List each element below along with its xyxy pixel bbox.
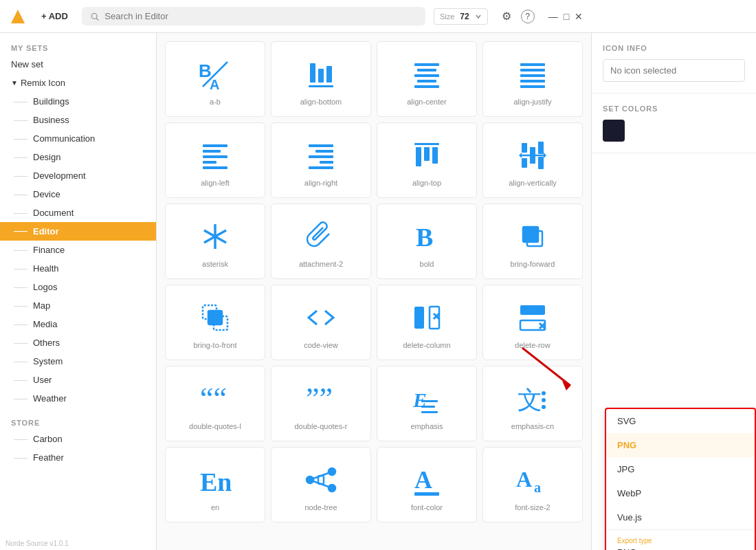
- panel-bottom: SVGPNGJPGWebPVue.js Export type PNG EXP.…: [592, 153, 756, 550]
- icon-label-bold: bold: [420, 260, 434, 268]
- icon-cell-double-quotes-r[interactable]: ”” double-quotes-r: [271, 366, 371, 441]
- icon-cell-double-quotes-l[interactable]: ““ double-quotes-l: [165, 366, 265, 441]
- icon-cell-delete-row[interactable]: delete-row: [482, 285, 583, 360]
- my-sets-label: MY SETS: [0, 38, 156, 55]
- svg-marker-38: [519, 153, 522, 158]
- export-option-svg[interactable]: SVG: [606, 409, 755, 433]
- icon-cell-asterisk[interactable]: asterisk: [165, 204, 265, 279]
- svg-text:A: A: [516, 467, 532, 492]
- sidebar-item-device[interactable]: Device: [0, 185, 156, 204]
- close-button[interactable]: ✕: [575, 11, 583, 22]
- export-option-png[interactable]: PNG: [606, 433, 755, 457]
- icon-cell-delete-column[interactable]: delete-column: [377, 285, 477, 360]
- icon-cell-attachment-2[interactable]: attachment-2: [271, 204, 371, 279]
- remix-icon-parent[interactable]: ▼ Remix Icon: [0, 74, 156, 92]
- icon-label-font-color: font-color: [411, 503, 443, 512]
- align-right-icon: [303, 138, 339, 173]
- icon-cell-bring-forward[interactable]: bring-forward: [482, 204, 583, 279]
- icon-cell-align-justify[interactable]: align-justify: [482, 41, 583, 117]
- icon-cell-node-tree[interactable]: node-tree: [271, 447, 371, 522]
- asterisk-icon: [197, 219, 233, 254]
- svg-rect-21: [203, 150, 221, 153]
- svg-text:””: ””: [306, 382, 333, 415]
- node-tree-icon: [303, 462, 339, 498]
- svg-rect-7: [318, 69, 324, 82]
- right-panel: ICON INFO SET COLORS SVGPNGJPGWebPVue.js…: [591, 33, 756, 550]
- export-option-webp[interactable]: WebP: [606, 481, 755, 505]
- icon-label-double-quotes-r: double-quotes-r: [294, 422, 347, 430]
- search-input[interactable]: [104, 11, 417, 21]
- icon-label-bring-to-front: bring-to-front: [194, 341, 237, 349]
- delete-column-icon: [409, 300, 445, 336]
- delete-row-icon: [515, 300, 551, 336]
- svg-rect-30: [414, 143, 439, 145]
- sidebar-item-buildings[interactable]: Buildings: [0, 92, 156, 111]
- sidebar-item-communication[interactable]: Communication: [0, 129, 156, 148]
- export-menu: SVGPNGJPGWebPVue.js Export type PNG EXP.…: [605, 408, 756, 550]
- icon-info-section: ICON INFO: [592, 33, 756, 94]
- sidebar-item-weather[interactable]: Weather: [0, 389, 156, 408]
- icon-name-input[interactable]: [603, 59, 745, 82]
- new-set-item[interactable]: New set: [0, 55, 156, 74]
- icon-cell-align-right[interactable]: align-right: [271, 122, 371, 198]
- maximize-button[interactable]: □: [564, 11, 569, 22]
- sidebar-item-media[interactable]: Media: [0, 315, 156, 333]
- gear-icon[interactable]: ⚙: [502, 10, 511, 23]
- svg-rect-64: [421, 406, 435, 408]
- color-swatch[interactable]: [603, 120, 625, 142]
- icon-cell-align-bottom[interactable]: align-bottom: [271, 41, 371, 117]
- sidebar-item-health[interactable]: Health: [0, 259, 156, 278]
- align-top-icon: [409, 138, 445, 173]
- font-color-icon: A: [409, 462, 445, 498]
- svg-point-1: [91, 13, 97, 19]
- icon-cell-align-top[interactable]: align-top: [377, 122, 477, 198]
- icon-label-align-right: align-right: [304, 179, 337, 187]
- svg-rect-16: [520, 69, 545, 72]
- sidebar-item-others[interactable]: Others: [0, 333, 156, 352]
- sidebar-item-user[interactable]: User: [0, 371, 156, 389]
- window-controls: — □ ✕: [548, 11, 583, 22]
- a-b-icon: B A: [197, 56, 233, 92]
- icon-cell-en[interactable]: En en: [165, 447, 265, 522]
- icon-cell-emphasis-cn[interactable]: 文 emphasis-cn: [482, 366, 583, 441]
- search-icon: [90, 12, 99, 21]
- chevron-down-icon[interactable]: [475, 13, 482, 20]
- sidebar-item-development[interactable]: Development: [0, 166, 156, 185]
- help-icon[interactable]: ?: [521, 10, 535, 23]
- icon-cell-align-center[interactable]: align-center: [377, 41, 477, 117]
- align-bottom-icon: [303, 56, 339, 92]
- icon-label-align-center: align-center: [407, 98, 446, 106]
- icon-cell-bold[interactable]: B bold: [377, 204, 477, 279]
- export-option-jpg[interactable]: JPG: [606, 457, 755, 481]
- icon-cell-font-color[interactable]: A font-color: [377, 447, 477, 522]
- sidebar-item-editor[interactable]: Editor: [0, 222, 156, 241]
- sidebar-item-logos[interactable]: Logos: [0, 278, 156, 296]
- svg-rect-24: [203, 166, 227, 169]
- svg-rect-63: [421, 400, 438, 402]
- icon-cell-code-view[interactable]: code-view: [271, 285, 371, 360]
- icon-cell-align-left[interactable]: align-left: [165, 122, 265, 198]
- add-button[interactable]: + ADD: [36, 8, 74, 24]
- icon-cell-a-b[interactable]: B A a-b: [165, 41, 265, 117]
- sidebar-item-map[interactable]: Map: [0, 296, 156, 315]
- icon-cell-bring-to-front[interactable]: bring-to-front: [165, 285, 265, 360]
- store-item-feather[interactable]: Feather: [0, 448, 156, 467]
- version-label: Norde Source v1.0.1: [0, 537, 74, 550]
- minimize-button[interactable]: —: [548, 11, 558, 22]
- sidebar-item-document[interactable]: Document: [0, 204, 156, 222]
- set-colors-label: SET COLORS: [603, 104, 745, 113]
- sidebar-item-business[interactable]: Business: [0, 111, 156, 129]
- store-item-carbon[interactable]: Carbon: [0, 430, 156, 448]
- svg-rect-8: [326, 66, 332, 82]
- svg-rect-34: [522, 143, 527, 153]
- icon-cell-emphasis[interactable]: E emphasis: [377, 366, 477, 441]
- icon-cell-font-size-2[interactable]: A a font-size-2: [482, 447, 583, 522]
- export-option-vue.js[interactable]: Vue.js: [606, 505, 755, 529]
- svg-text:A: A: [414, 466, 432, 494]
- sidebar-item-finance[interactable]: Finance: [0, 241, 156, 259]
- sidebar-item-system[interactable]: System: [0, 352, 156, 371]
- svg-rect-15: [520, 63, 545, 66]
- export-type-select[interactable]: PNG: [617, 547, 744, 550]
- sidebar-item-design[interactable]: Design: [0, 148, 156, 166]
- icon-cell-align-vertically[interactable]: align-vertically: [482, 122, 583, 198]
